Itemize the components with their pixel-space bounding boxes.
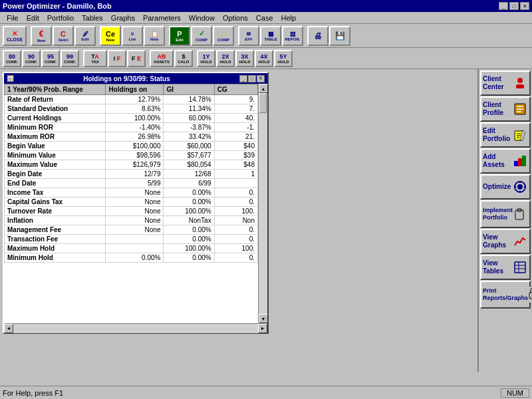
hold3-btn[interactable]: 3X HOLD: [235, 50, 254, 67]
close-toolbar-btn[interactable]: ✕ CLOSE: [3, 26, 27, 46]
row-cg: 0.: [214, 253, 257, 263]
scroll-down-btn[interactable]: ▼: [259, 314, 268, 323]
conf99-btn[interactable]: 99 CONF.: [61, 50, 79, 67]
ab-assets-btn[interactable]: AB ASSETS: [150, 50, 174, 67]
svg-point-0: [517, 78, 523, 83]
maximize-button[interactable]: □: [509, 2, 519, 10]
holdings-window-controls[interactable]: _ □ ✕: [239, 75, 265, 82]
view-tables-btn[interactable]: ViewTables: [480, 255, 531, 280]
close-button[interactable]: ✕: [520, 2, 529, 10]
row-gi: 100.00%: [164, 207, 214, 216]
toolbar-row-1: ✕ CLOSE € New C Selct 🖊 Edit Ce New ≡ Li…: [0, 24, 532, 48]
new-ce-btn[interactable]: Ce New: [100, 26, 121, 46]
menu-portfolio[interactable]: Portfolio: [43, 13, 78, 23]
client-profile-btn[interactable]: ClientProfile: [480, 96, 531, 122]
row-cg: 100.: [214, 207, 257, 216]
implement-portfolio-btn[interactable]: ImplementPortfolio: [480, 200, 531, 228]
view-graphs-label: ViewGraphs: [483, 233, 506, 249]
col-header-cg: CG: [214, 84, 257, 95]
save-toolbar-btn[interactable]: 💾: [329, 26, 350, 46]
row-cg: $39: [214, 151, 257, 160]
row-cg: 0.: [214, 188, 257, 198]
report-btn[interactable]: ▤ REPOR.: [282, 26, 303, 46]
optimize-btn[interactable]: Optimize: [480, 174, 531, 200]
eff-btn[interactable]: ≋ EFF: [238, 26, 259, 46]
row-gi: 11.34%: [164, 104, 214, 114]
comp-check-btn[interactable]: ✓ COMP: [191, 26, 212, 46]
client-center-btn[interactable]: ClientCenter: [480, 70, 531, 96]
row-cg: 9.: [214, 95, 257, 104]
menu-case[interactable]: Case: [252, 13, 277, 23]
minimize-button[interactable]: _: [499, 2, 508, 10]
row-gi: 12/68: [164, 170, 214, 179]
scroll-right-btn[interactable]: ►: [258, 324, 267, 333]
scroll-up-btn[interactable]: ▲: [259, 84, 268, 93]
row-gi: $60,000: [164, 142, 214, 151]
row-cg: 1: [214, 170, 257, 179]
row-gi: 14.78%: [164, 95, 214, 104]
col-header-range: 1 Year/90% Prob. Range: [5, 84, 106, 95]
view-tables-label: ViewTables: [483, 259, 503, 275]
menu-window[interactable]: Window: [185, 13, 219, 23]
view-graphs-btn[interactable]: ViewGraphs: [480, 229, 531, 254]
if-btn[interactable]: I F: [108, 50, 126, 67]
horizontal-scrollbar[interactable]: ◄ ►: [4, 323, 267, 332]
row-gi: $80,054: [164, 160, 214, 170]
table-row: Standard Deviation 8.63% 11.34% 7.: [5, 104, 258, 114]
holdings-close-btn[interactable]: ✕: [257, 75, 265, 82]
view-graphs-icon: [512, 233, 528, 249]
vertical-scrollbar[interactable]: ▲ ▼: [258, 84, 267, 323]
row-label: Minimum Value: [5, 151, 106, 160]
edit-p-btn[interactable]: P Edit: [169, 26, 190, 46]
table-row: Begin Date 12/79 12/68 1: [5, 170, 258, 179]
conf90-btn[interactable]: 90 CONF.: [22, 50, 41, 67]
row-holdings: None: [106, 216, 164, 225]
comp-sq-btn[interactable]: □ COMP: [213, 26, 234, 46]
scroll-track-h[interactable]: [13, 324, 258, 333]
client-profile-label: ClientProfile: [483, 101, 503, 117]
hold5-btn[interactable]: 5Y HOLD: [274, 50, 293, 67]
select-c-btn[interactable]: C Selct: [53, 26, 74, 46]
menu-help[interactable]: Help: [277, 13, 301, 23]
fe-btn[interactable]: F E: [127, 50, 146, 67]
right-sidebar: ClientCenter ClientProfile EditPortfolio…: [477, 69, 532, 372]
holdings-title-icon: 🪟: [7, 75, 14, 82]
ta-tax-btn[interactable]: TA TAX: [83, 50, 107, 67]
menu-edit[interactable]: Edit: [23, 13, 43, 23]
edit-portfolio-btn[interactable]: EditPortfolio: [480, 122, 531, 148]
title-bar-buttons[interactable]: _ □ ✕: [499, 2, 529, 10]
menu-options[interactable]: Options: [219, 13, 252, 23]
menu-graphs[interactable]: Graphs: [107, 13, 139, 23]
print-toolbar-btn[interactable]: 🖨: [307, 26, 329, 46]
conf95-btn[interactable]: 95 CONF.: [41, 50, 60, 67]
new-list-btn[interactable]: 📋 New: [144, 26, 165, 46]
scroll-track-v[interactable]: [259, 93, 267, 314]
row-cg: 0.: [214, 198, 257, 207]
hold1-btn[interactable]: 1Y HOLD: [197, 50, 215, 67]
menu-tables[interactable]: Tables: [78, 13, 107, 23]
edit-sq-btn[interactable]: 🖊 Edit: [74, 26, 96, 46]
row-gi: 33.42%: [164, 132, 214, 142]
conf80-btn[interactable]: 80 CONF.: [3, 50, 21, 67]
hold2-btn[interactable]: 2X HOLD: [216, 50, 235, 67]
holdings-minimize-btn[interactable]: _: [239, 75, 247, 82]
menu-parameters[interactable]: Parameters: [139, 13, 185, 23]
table-row: Maximum Hold 100.00% 100.: [5, 244, 258, 253]
hold4-btn[interactable]: 4X HOLD: [255, 50, 273, 67]
table-row: Maximum Value $126,979 $80,054 $48: [5, 160, 258, 170]
status-bar: For Help, press F1 NUM: [0, 386, 532, 399]
list-sq-btn[interactable]: ≡ List: [122, 26, 143, 46]
row-cg: $48: [214, 160, 257, 170]
scroll-left-btn[interactable]: ◄: [4, 324, 13, 333]
new-e-btn[interactable]: € New: [31, 26, 52, 46]
table-row: End Date 5/99 6/99: [5, 179, 258, 188]
add-assets-btn[interactable]: AddAssets: [480, 148, 531, 174]
print-reports-btn[interactable]: PrintReports/Graphs: [480, 281, 531, 309]
optimize-icon: [512, 179, 528, 195]
calo-btn[interactable]: $ CALO: [174, 50, 193, 67]
scroll-thumb-v[interactable]: [259, 93, 267, 113]
holdings-maximize-btn[interactable]: □: [248, 75, 256, 82]
svg-rect-12: [518, 158, 522, 166]
table-btn[interactable]: ▦ TABLE: [260, 26, 281, 46]
menu-file[interactable]: File: [3, 13, 23, 23]
